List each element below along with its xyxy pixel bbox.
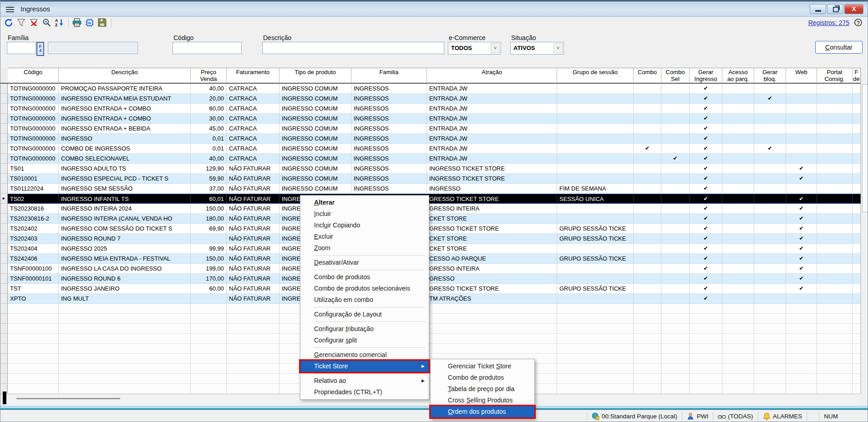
table-row-TS242406[interactable]: TS242406INGRESSO MEIA ENTRADA - FESTIVAL…	[8, 254, 861, 264]
refresh-icon[interactable]	[4, 18, 14, 28]
menu-item-utiliza-o-em-combo[interactable]: Utilização em combo	[300, 294, 429, 306]
column-header-web[interactable]: Web	[786, 68, 817, 84]
table-row-empty[interactable]	[8, 344, 861, 354]
menu-item-configurar-tributa-o[interactable]: Configurar tributação	[300, 323, 429, 335]
column-header-familia[interactable]: Familia	[351, 68, 427, 84]
column-header-combo[interactable]: Combo	[634, 68, 661, 84]
menu-item-incluir[interactable]: Incluir	[300, 208, 429, 220]
chevron-down-icon[interactable]: ˅	[491, 43, 500, 53]
table-row-TST[interactable]: TSTINGRESSO JANEIRO60,00NÃO FATURARINGRE…	[8, 284, 861, 294]
registros-link[interactable]: Registros: 275	[808, 19, 849, 26]
menu-item-desativar-ativar[interactable]: Desativar/Ativar	[300, 257, 429, 268]
submenu-item-cross-selling-produtos[interactable]: Cross Selling Produtos	[431, 395, 534, 406]
print-icon[interactable]	[72, 18, 82, 28]
column-header-gerar_ingresso[interactable]: Gerar Ingresso	[690, 68, 722, 84]
table-row-TOTING0000000[interactable]: TOTING0000000PROMOÇAO PASSAPORTE INTEIRA…	[8, 84, 861, 94]
menu-item-alterar[interactable]: Alterar	[300, 197, 429, 208]
close-button[interactable]: X	[844, 4, 863, 14]
column-header-preco[interactable]: Preço Venda	[191, 68, 227, 84]
cell-grupo	[557, 274, 634, 284]
table-row-TS20230816[interactable]: TS20230816INGRESSO INTEIRA 2024150,00NÃO…	[8, 204, 861, 214]
situacao-select[interactable]: ATIVOS˅	[510, 42, 564, 55]
table-row-TS202404[interactable]: TS202404INGRESSO 202599,99NÃO FATURARING…	[8, 244, 861, 254]
cell-extra	[853, 304, 861, 314]
column-header-acesso[interactable]: Acesso ao parq.	[722, 68, 754, 84]
submenu-item-combo-de-produtos[interactable]: Combo de produtos	[431, 372, 534, 383]
menu-icon[interactable]	[6, 7, 14, 12]
cell-descricao	[59, 364, 191, 374]
menu-item-relativo-ao[interactable]: Relativo ao▶	[300, 375, 429, 387]
table-row-empty[interactable]	[8, 324, 861, 334]
sort-az-icon[interactable]: AZ	[55, 18, 65, 28]
save-icon[interactable]	[98, 18, 108, 28]
menu-separator	[313, 270, 425, 270]
table-row-TOTING0000000[interactable]: TOTING0000000INGRESSO ENTRADA + COMBO60,…	[8, 104, 861, 114]
menu-item-combo-de-produtos-selecion-veis[interactable]: Combo de produtos selecionáveis	[300, 283, 429, 294]
column-header-tipo[interactable]: Tipo de produto	[279, 68, 351, 84]
table-row-TSNF00000100[interactable]: TSNF00000100INGRESSO LA CASA DO INGRESSO…	[8, 264, 861, 274]
ia-icon[interactable]: IA	[85, 18, 95, 28]
column-header-extra[interactable]: F de	[853, 68, 861, 84]
table-row-TS02[interactable]: TS02INGRESSO INFANTIL TS60,01NÃO FATURAR…	[8, 194, 861, 204]
menu-item-incluir-copiando[interactable]: Incluir Copiando	[300, 220, 429, 231]
horizontal-scrollbar-thumb[interactable]	[16, 398, 120, 399]
table-row-TOTING0000000[interactable]: TOTING0000000INGRESSO0,01CATRACAINGRESSO…	[8, 134, 861, 144]
submenu-item-tabela-de-pre-o-por-dia[interactable]: Tabela de preço por dia	[431, 383, 534, 395]
table-row-empty[interactable]	[8, 314, 861, 324]
filter-icon[interactable]	[17, 18, 27, 28]
minimize-button[interactable]	[810, 4, 826, 14]
cell-combo	[634, 174, 661, 184]
table-row-TOTING0000000[interactable]: TOTING0000000COMBO DE INGRESSOS0,01CATRA…	[8, 144, 861, 154]
vertical-scrollbar-thumb[interactable]	[862, 84, 868, 212]
menu-item-excluir[interactable]: Excluir	[300, 231, 429, 242]
column-header-gerar_bloq[interactable]: Gerar bloq.	[754, 68, 786, 84]
table-row-empty[interactable]	[8, 304, 861, 314]
column-header-descricao[interactable]: Descrição	[59, 68, 191, 84]
f4-lookup-button[interactable]: F4	[36, 42, 44, 56]
column-header-codigo[interactable]: Código	[8, 68, 59, 84]
find-icon[interactable]: n	[42, 18, 52, 28]
menu-item-configurar-split[interactable]: Configurar split	[300, 335, 429, 346]
table-row-TS202402[interactable]: TS202402INGRESSO COM SESSÃO DO TICKET S6…	[8, 224, 861, 234]
column-header-combo_sel[interactable]: Combo Sel	[661, 68, 690, 84]
menu-item-ticket-store[interactable]: Ticket Store▶	[300, 361, 429, 372]
column-header-portal[interactable]: Portal Consig.	[817, 68, 853, 84]
table-row-TSNF00000101[interactable]: TSNF00000101INGRESSO ROUND 6170,00NÃO FA…	[8, 274, 861, 284]
cell-combo	[634, 154, 661, 164]
table-row-XPTO[interactable]: XPTOING MULTNÃO FATURARINGRESSO COMUMTM …	[8, 294, 861, 304]
codigo-input[interactable]	[173, 42, 242, 54]
table-row-TOTING0000000[interactable]: TOTING0000000COMBO SELECIONAVEL40,00CATR…	[8, 154, 861, 164]
table-row-TOTING0000000[interactable]: TOTING0000000INGRESSO ENTRADA + COMBO30,…	[8, 114, 861, 124]
menu-item-propriedades-ctrl-t[interactable]: Propriedades (CTRL+T)	[300, 387, 429, 398]
column-header-atracao[interactable]: Atração	[427, 68, 557, 84]
menu-item-configura-o-de-layout[interactable]: Configuração de Layout	[300, 309, 429, 320]
table-row-empty[interactable]	[8, 334, 861, 344]
ecommerce-select[interactable]: TODOS˅	[448, 42, 501, 55]
menu-item-combo-de-produtos[interactable]: Combo de produtos	[300, 271, 429, 283]
column-header-faturamento[interactable]: Faturamento	[227, 68, 279, 84]
table-row-TS01[interactable]: TS01INGRESSO ADULTO TS129,90NÃO FATURARI…	[8, 164, 861, 174]
cell-combo_sel	[661, 294, 690, 304]
consultar-button[interactable]: Consultar	[815, 41, 863, 54]
table-row-TS202403[interactable]: TS202403INGRESSO ROUND 7NÃO FATURARINGRE…	[8, 234, 861, 244]
descricao-input[interactable]	[262, 42, 444, 54]
column-header-grupo[interactable]: Grupo de sessão	[557, 68, 634, 84]
vertical-scrollbar[interactable]	[861, 68, 868, 394]
row-marker-gutter	[0, 154, 8, 164]
familia-input[interactable]	[7, 42, 36, 54]
table-row-TS010001[interactable]: TS010001INGRESSO ESPECIAL PCD - TICKET S…	[8, 174, 861, 184]
table-row-TS20230816-2[interactable]: TS20230816-2INGRESSO INTEIRA (CANAL VEND…	[8, 214, 861, 224]
menu-item-zoom[interactable]: Zoom	[300, 242, 429, 254]
help-icon[interactable]: ?	[854, 19, 862, 26]
submenu-item-ordem-dos-produtos[interactable]: Ordem dos produtos	[431, 406, 534, 417]
submenu-item-gerenciar-ticket-store[interactable]: Gerenciar Ticket Store	[431, 361, 534, 372]
table-row-TOTING0000000[interactable]: TOTING0000000INGRESSO ENTRADA MEIA ESTUD…	[8, 94, 861, 104]
clear-filter-icon[interactable]	[30, 18, 40, 28]
chevron-down-icon[interactable]: ˅	[553, 43, 563, 53]
menu-item-gerenciamento-comercial[interactable]: Gerenciamento comercial	[300, 349, 429, 361]
restore-button[interactable]	[827, 4, 843, 14]
cell-acesso	[722, 334, 754, 344]
table-row-TS01122024[interactable]: TS01122024INGRESSO SEM SESSÃO37,00NÃO FA…	[8, 184, 861, 194]
cell-faturamento: CATRACA	[227, 144, 279, 154]
table-row-TOTING0000000[interactable]: TOTING0000000INGRESSO ENTRADA + BEBIDA45…	[8, 124, 861, 134]
